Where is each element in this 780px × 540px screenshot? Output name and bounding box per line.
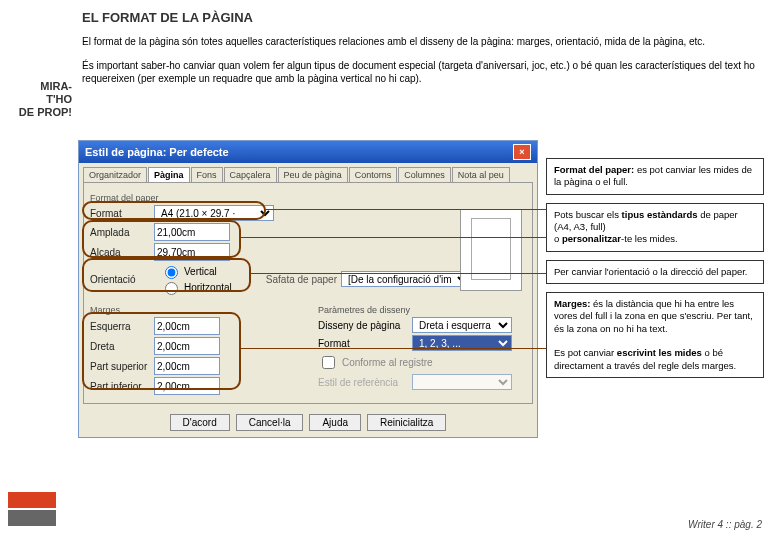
esquerra-label: Esquerra: [90, 321, 150, 332]
superior-label: Part superior: [90, 361, 150, 372]
dialog-titlebar: Estil de pàgina: Per defecte ×: [79, 141, 537, 163]
alcada-label: Alçada: [90, 247, 150, 258]
page-preview: [460, 209, 522, 291]
ref-select: [412, 374, 512, 390]
disseny-select[interactable]: Dreta i esquerra: [412, 317, 512, 333]
disseny-label: Disseny de pàgina: [318, 320, 408, 331]
page-title: EL FORMAT DE LA PÀGINA: [82, 10, 760, 25]
tab-fons[interactable]: Fons: [191, 167, 223, 182]
tab-organitzador[interactable]: Organitzador: [83, 167, 147, 182]
callout-format: Format del paper: es pot canviar les mid…: [546, 158, 764, 195]
tab-strip: Organitzador Pàgina Fons Capçalera Peu d…: [79, 163, 537, 182]
cancel-button[interactable]: Cancel·la: [236, 414, 304, 431]
tab-peu[interactable]: Peu de pàgina: [278, 167, 348, 182]
intro-1: El format de la pàgina són totes aquelle…: [82, 35, 760, 49]
tab-pagina[interactable]: Pàgina: [148, 167, 190, 182]
alcada-input[interactable]: [154, 243, 230, 261]
safata-select[interactable]: [De la configuració d'impresso: [341, 271, 471, 287]
amplada-input[interactable]: [154, 223, 230, 241]
section-marges: Marges: [90, 305, 298, 315]
inferior-label: Part inferior: [90, 381, 150, 392]
format-label: Format: [90, 208, 150, 219]
superior-input[interactable]: [154, 357, 220, 375]
tab-nota[interactable]: Nota al peu: [452, 167, 510, 182]
tab-capcalera[interactable]: Capçalera: [224, 167, 277, 182]
fmt-label: Format: [318, 338, 408, 349]
safata-label: Safata de paper: [266, 274, 337, 285]
format-select[interactable]: A4 (21.0 × 29.7 ·: [154, 205, 274, 221]
section-format-paper: Format del paper: [90, 193, 526, 203]
amplada-label: Amplada: [90, 227, 150, 238]
dreta-input[interactable]: [154, 337, 220, 355]
orient-label: Orientació: [90, 274, 150, 285]
footer-logos: [8, 492, 68, 532]
callout-orient: Per canviar l'orientació o la direcció d…: [546, 260, 764, 284]
reset-button[interactable]: Reinicialitza: [367, 414, 446, 431]
radio-horitzontal[interactable]: Horitzontal: [160, 279, 232, 295]
fmt-select[interactable]: 1, 2, 3, ...: [412, 335, 512, 351]
callout-marges: Marges: és la distància que hi ha entre …: [546, 292, 764, 378]
dreta-label: Dreta: [90, 341, 150, 352]
sidebar-label: MIRA- T'HO DE PROP!: [0, 0, 76, 540]
tab-contorns[interactable]: Contorns: [349, 167, 398, 182]
dialog-title: Estil de pàgina: Per defecte: [85, 146, 229, 158]
page-style-dialog: Estil de pàgina: Per defecte × Organitza…: [78, 140, 538, 438]
ok-button[interactable]: D'acord: [170, 414, 230, 431]
logo-diputacio: [8, 492, 56, 508]
logo-ajuntament: [8, 510, 56, 526]
tab-columnes[interactable]: Columnes: [398, 167, 451, 182]
radio-vertical[interactable]: Vertical: [160, 263, 232, 279]
intro-2: És important saber-ho canviar quan volem…: [82, 59, 760, 86]
callout-tipus: Pots buscar els tipus estàndards de pape…: [546, 203, 764, 252]
conforme-checkbox[interactable]: [322, 356, 335, 369]
help-button[interactable]: Ajuda: [309, 414, 361, 431]
esquerra-input[interactable]: [154, 317, 220, 335]
section-param: Paràmetres de disseny: [318, 305, 526, 315]
close-icon[interactable]: ×: [513, 144, 531, 160]
inferior-input[interactable]: [154, 377, 220, 395]
page-number: Writer 4 :: pàg. 2: [688, 519, 762, 530]
